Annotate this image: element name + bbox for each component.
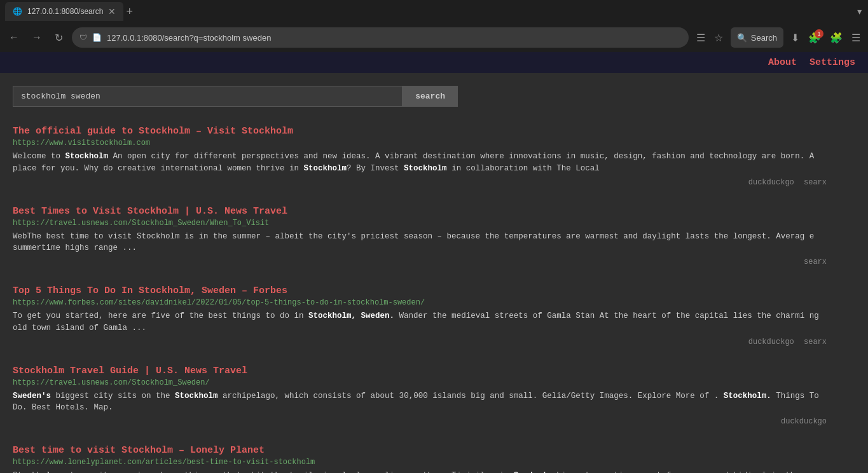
result-item: Stockholm Travel Guide | U.S. News Trave… (13, 366, 827, 427)
source-duckduckgo[interactable]: duckduckgo (781, 417, 827, 426)
source-searx[interactable]: searx (804, 178, 827, 187)
result-item: Best time to visit Stockholm – Lonely Pl… (13, 445, 827, 473)
nav-bar: ← → ↻ 🛡 📄 ☰ ☆ 🔍 Search ⬇ 🧩 1 🧩 ☰ (0, 23, 868, 52)
shield-icon: 🛡 (79, 33, 87, 43)
results-list: The official guide to Stockholm – Visit … (13, 126, 855, 473)
result-snippet: Sweden's biggest city sits on the Stockh… (13, 390, 827, 415)
address-input[interactable] (107, 33, 681, 43)
new-tab-button[interactable]: + (126, 5, 133, 18)
top-nav: About Settings (0, 52, 868, 73)
tab-dropdown-button[interactable]: ▾ (856, 4, 863, 18)
download-button[interactable]: ⬇ (789, 29, 802, 46)
result-title[interactable]: Stockholm Travel Guide | U.S. News Trave… (13, 366, 827, 376)
extension-badge: 1 (815, 29, 823, 38)
browser-toolbar-icons: ☰ ☆ (694, 29, 726, 46)
extensions-manage-button[interactable]: 🧩 (827, 29, 845, 46)
settings-link[interactable]: Settings (809, 57, 855, 68)
result-title[interactable]: Best time to visit Stockholm – Lonely Pl… (13, 445, 827, 456)
result-title[interactable]: Best Times to Visit Stockholm | U.S. New… (13, 206, 827, 217)
source-duckduckgo[interactable]: duckduckgo (748, 178, 794, 187)
result-url: https://www.lonelyplanet.com/articles/be… (13, 458, 827, 467)
search-form: search (13, 86, 458, 107)
result-url: https://www.forbes.com/sites/davidnikel/… (13, 298, 827, 307)
reload-button[interactable]: ↻ (51, 29, 67, 46)
result-snippet: Stockholm puts on its running shoes this… (13, 470, 827, 473)
extension-button[interactable]: 🧩 1 (806, 29, 823, 46)
tab-favicon: 🌐 (13, 7, 22, 16)
search-button[interactable]: search (403, 86, 458, 107)
result-title[interactable]: Top 5 Things To Do In Stockholm, Sweden … (13, 285, 827, 296)
result-sources: duckduckgo searx (13, 178, 827, 187)
source-searx[interactable]: searx (804, 338, 827, 346)
result-url: https://travel.usnews.com/Stockholm_Swed… (13, 219, 827, 228)
result-snippet: WebThe best time to visit Stockholm is i… (13, 231, 827, 255)
result-snippet: Welcome to Stockholm An open city for di… (13, 151, 827, 175)
main-content: search The official guide to Stockholm –… (0, 73, 868, 473)
browser-search-button[interactable]: 🔍 Search (731, 27, 783, 48)
result-snippet: To get you started, here are five of the… (13, 310, 827, 334)
reader-view-button[interactable]: ☰ (694, 29, 708, 46)
result-item: The official guide to Stockholm – Visit … (13, 126, 827, 187)
search-input[interactable] (13, 86, 403, 107)
tab-title: 127.0.0.1:8080/search (27, 7, 103, 16)
result-item: Top 5 Things To Do In Stockholm, Sweden … (13, 285, 827, 346)
result-title[interactable]: The official guide to Stockholm – Visit … (13, 126, 827, 137)
tab-close-button[interactable]: ✕ (108, 6, 116, 17)
extension-icons: ⬇ 🧩 1 🧩 ☰ (789, 29, 863, 46)
result-sources: duckduckgo searx (13, 338, 827, 346)
active-tab[interactable]: 🌐 127.0.0.1:8080/search ✕ (5, 2, 123, 21)
address-bar[interactable]: 🛡 📄 (72, 27, 689, 48)
result-sources: duckduckgo (13, 417, 827, 426)
search-icon: 🔍 (737, 33, 747, 43)
menu-button[interactable]: ☰ (849, 29, 863, 46)
forward-button[interactable]: → (28, 29, 46, 46)
result-item: Best Times to Visit Stockholm | U.S. New… (13, 206, 827, 267)
about-link[interactable]: About (768, 57, 797, 68)
tab-bar: 🌐 127.0.0.1:8080/search ✕ + ▾ (0, 0, 868, 23)
result-url: https://www.visitstockholm.com (13, 139, 827, 147)
result-url: https://travel.usnews.com/Stockholm_Swed… (13, 378, 827, 387)
source-duckduckgo[interactable]: duckduckgo (748, 338, 794, 346)
source-searx[interactable]: searx (804, 257, 827, 266)
bookmark-button[interactable]: ☆ (712, 29, 726, 46)
browser-chrome: 🌐 127.0.0.1:8080/search ✕ + ▾ ← → ↻ 🛡 📄 … (0, 0, 868, 52)
page-icon: 📄 (92, 33, 102, 43)
result-sources: searx (13, 257, 827, 266)
browser-search-label: Search (751, 33, 777, 43)
back-button[interactable]: ← (5, 29, 23, 46)
